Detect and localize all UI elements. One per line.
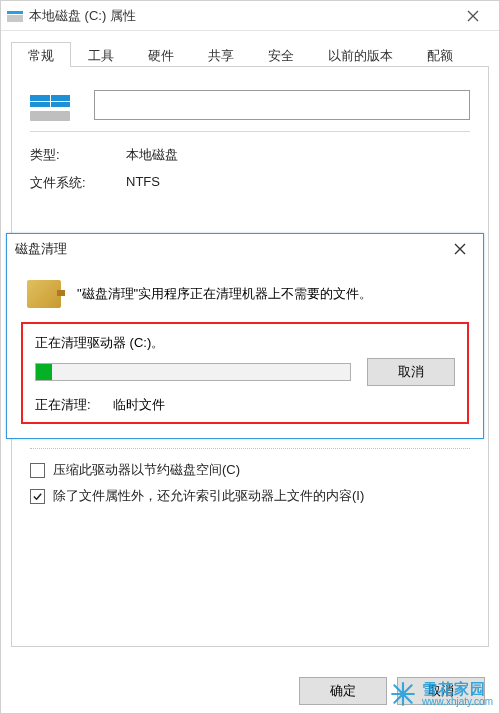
- tab-sharing[interactable]: 共享: [191, 42, 251, 67]
- snowflake-icon: [390, 681, 416, 707]
- broom-icon: [27, 280, 61, 308]
- ok-button[interactable]: 确定: [299, 677, 387, 705]
- value-fs: NTFS: [126, 174, 160, 192]
- compress-checkbox[interactable]: [30, 463, 45, 478]
- status-value: 临时文件: [113, 396, 165, 414]
- tab-security[interactable]: 安全: [251, 42, 311, 67]
- dialog-title: 磁盘清理: [15, 240, 445, 258]
- label-fs: 文件系统:: [30, 174, 90, 192]
- dialog-close-icon[interactable]: [445, 234, 475, 264]
- close-icon[interactable]: [453, 1, 493, 31]
- watermark-title: 雪花家园: [422, 681, 493, 697]
- watermark-url: www.xhjaty.com: [422, 697, 493, 708]
- compress-label: 压缩此驱动器以节约磁盘空间(C): [53, 461, 240, 479]
- window-title: 本地磁盘 (C:) 属性: [29, 7, 453, 25]
- dialog-cancel-button[interactable]: 取消: [367, 358, 455, 386]
- tab-general[interactable]: 常规: [11, 42, 71, 67]
- drive-icon: [7, 10, 23, 22]
- drive-large-icon: [30, 89, 70, 121]
- index-label: 除了文件属性外，还允许索引此驱动器上文件的内容(I): [53, 487, 364, 505]
- progress-bar: [35, 363, 351, 381]
- label-type: 类型:: [30, 146, 90, 164]
- tab-previous[interactable]: 以前的版本: [311, 42, 410, 67]
- watermark: 雪花家园 www.xhjaty.com: [390, 681, 493, 707]
- tab-strip: 常规 工具 硬件 共享 安全 以前的版本 配额: [11, 41, 489, 67]
- index-checkbox[interactable]: [30, 489, 45, 504]
- highlight-box: 正在清理驱动器 (C:)。 取消 正在清理: 临时文件: [21, 322, 469, 424]
- tab-quota[interactable]: 配额: [410, 42, 470, 67]
- progress-label: 正在清理驱动器 (C:)。: [35, 334, 455, 352]
- dialog-message: "磁盘清理"实用程序正在清理机器上不需要的文件。: [77, 285, 372, 303]
- drive-label-input[interactable]: [94, 90, 470, 120]
- tab-hardware[interactable]: 硬件: [131, 42, 191, 67]
- tab-tools[interactable]: 工具: [71, 42, 131, 67]
- status-key: 正在清理:: [35, 396, 91, 414]
- disk-cleanup-dialog: 磁盘清理 "磁盘清理"实用程序正在清理机器上不需要的文件。 正在清理驱动器 (C…: [6, 233, 484, 439]
- value-type: 本地磁盘: [126, 146, 178, 164]
